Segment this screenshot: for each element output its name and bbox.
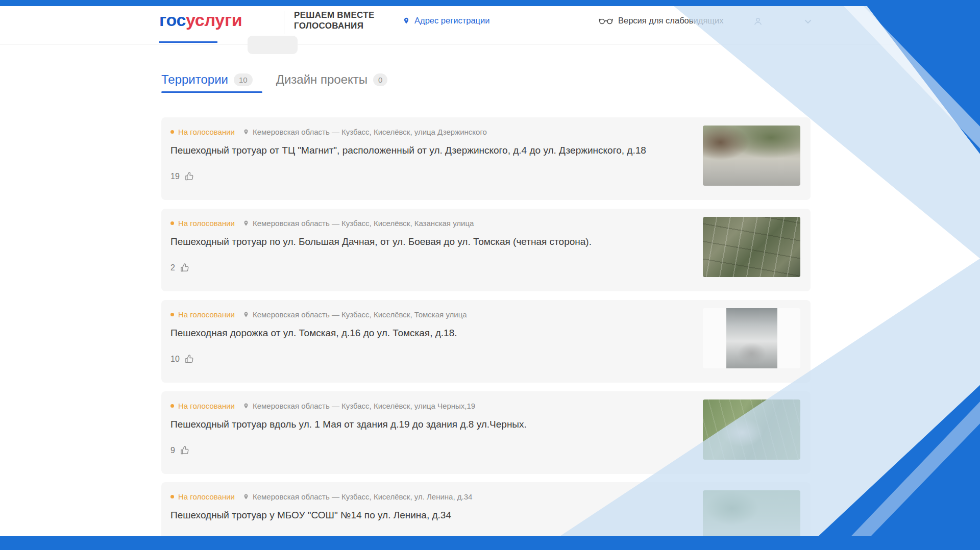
thumbs-up-icon[interactable] [184,354,194,364]
territory-card[interactable]: На голосовании Кемеровская область — Куз… [161,209,811,291]
screenshot-frame: госуслуги РЕШАЕМ ВМЕСТЕ ГОЛОСОВАНИЯ Адре… [0,0,980,550]
status-label: На голосовании [178,310,235,319]
territory-title[interactable]: Пешеходный тротуар от ТЦ "Магнит", распо… [170,145,681,156]
accessibility-version-link[interactable]: Версия для слабовидящих [599,16,723,26]
card-meta-row: На голосовании Кемеровская область — Куз… [170,492,472,501]
location-pin-icon [243,219,249,227]
glasses-icon [599,17,613,24]
location-text: Кемеровская область — Кузбасс, Киселёвск… [253,402,475,410]
status-dot [170,313,174,316]
status-label: На голосовании [178,402,235,410]
frame-border-bottom [0,536,980,550]
status-dot [170,495,174,498]
tab-territories-count-badge: 10 [234,73,253,86]
location-text: Кемеровская область — Кузбасс, Киселёвск… [253,310,467,319]
location-pin-icon [243,128,249,136]
brand-title: РЕШАЕМ ВМЕСТЕ ГОЛОСОВАНИЯ [294,10,375,31]
territory-title[interactable]: Пешеходный тротуар по ул. Большая Дачная… [170,236,681,247]
truncated-element [248,36,298,54]
header-vertical-divider [284,11,284,34]
territory-card[interactable]: На голосовании Кемеровская область — Куз… [161,391,811,474]
card-meta-row: На голосовании Кемеровская область — Куз… [170,310,467,319]
likes-control[interactable]: 19 [170,171,194,182]
likes-control[interactable]: 2 [170,263,190,273]
card-meta-row: На голосовании Кемеровская область — Куз… [170,128,487,136]
territory-photo[interactable] [703,399,800,460]
likes-count: 9 [170,446,175,455]
content-tabs: Территории 10 Дизайн проекты 0 [161,69,387,90]
territory-card[interactable]: На голосовании Кемеровская область — Куз… [161,117,811,200]
active-tab-indicator [161,91,262,93]
territory-card[interactable]: На голосовании Кемеровская область — Куз… [161,482,811,536]
user-menu[interactable] [753,16,812,27]
chevron-down-icon [804,19,812,24]
active-nav-underline [159,41,217,43]
status-label: На голосовании [178,128,235,136]
territory-card[interactable]: На голосовании Кемеровская область — Куз… [161,300,811,383]
tab-territories[interactable]: Территории 10 [161,72,253,87]
territory-title[interactable]: Пешеходный тротуар вдоль ул. 1 Мая от зд… [170,419,681,430]
card-meta-row: На голосовании Кемеровская область — Куз… [170,402,475,410]
tab-territories-label: Территории [161,72,228,87]
location-text: Кемеровская область — Кузбасс, Киселёвск… [253,128,487,136]
territory-photo[interactable] [703,126,800,186]
location-pin-icon [243,402,249,410]
location-text: Кемеровская область — Кузбасс, Киселёвск… [253,219,474,228]
territory-title[interactable]: Пешеходная дорожка от ул. Томская, д.16 … [170,328,681,339]
territory-photo[interactable] [703,308,800,368]
status-label: На голосовании [178,219,235,228]
likes-control[interactable]: 9 [170,445,190,456]
accessibility-link-label: Версия для слабовидящих [618,16,723,26]
territory-photo[interactable] [703,490,800,536]
thumbs-up-icon[interactable] [180,263,190,273]
thumbs-up-icon[interactable] [184,171,194,182]
likes-count: 2 [170,263,175,272]
brand-line2: ГОЛОСОВАНИЯ [294,20,375,31]
card-meta-row: На голосовании Кемеровская область — Куз… [170,219,474,228]
tab-design-projects-label: Дизайн проекты [276,72,368,87]
tab-design-projects[interactable]: Дизайн проекты 0 [276,72,388,87]
voting-page: госуслуги РЕШАЕМ ВМЕСТЕ ГОЛОСОВАНИЯ Адре… [0,6,980,536]
thumbs-up-icon[interactable] [180,445,190,456]
person-icon [753,16,763,27]
address-link-label: Адрес регистрации [414,16,489,26]
location-pin-icon [243,311,249,318]
header-divider-line [0,44,980,44]
brand-line1: РЕШАЕМ ВМЕСТЕ [294,10,375,20]
location-text: Кемеровская область — Кузбасс, Киселёвск… [253,492,472,501]
likes-count: 19 [170,172,180,181]
territory-title[interactable]: Пешеходный тротуар у МБОУ "СОШ" №14 по у… [170,510,681,521]
logo-text-red: услуги [186,10,242,30]
location-pin-icon [243,493,249,501]
logo-text-blue: гос [159,10,186,30]
status-label: На голосовании [178,492,235,501]
tab-design-projects-count-badge: 0 [373,73,387,86]
likes-count: 10 [170,355,180,364]
registration-address-link[interactable]: Адрес регистрации [403,16,489,26]
territory-photo[interactable] [703,217,800,277]
status-dot [170,404,174,408]
status-dot [170,221,174,225]
likes-control[interactable]: 10 [170,354,194,364]
frame-border-top [0,0,980,6]
status-dot [170,130,174,134]
gosuslugi-logo[interactable]: госуслуги [159,11,242,29]
location-pin-icon [403,16,410,25]
